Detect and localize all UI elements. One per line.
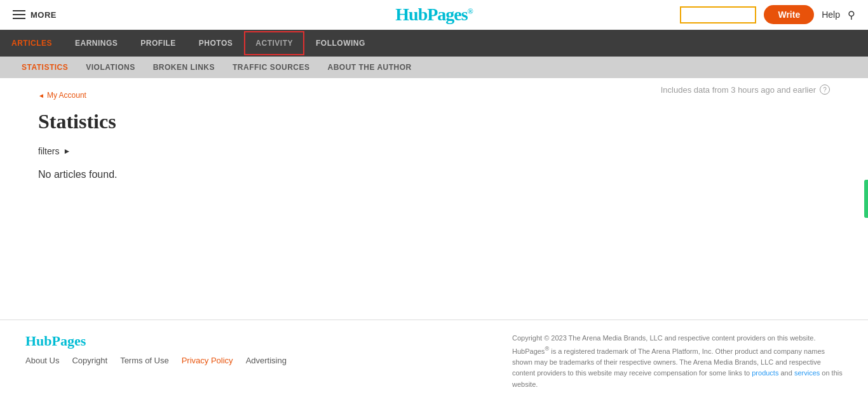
green-sidebar-indicator xyxy=(864,180,868,218)
data-info: Includes data from 3 hours ago and earli… xyxy=(661,84,830,95)
data-info-text: Includes data from 3 hours ago and earli… xyxy=(661,85,816,95)
breadcrumb-link[interactable]: My Account xyxy=(47,91,86,100)
filters-label: filters xyxy=(38,146,59,156)
site-logo[interactable]: HubPages® xyxy=(395,4,472,25)
footer-link-products[interactable]: products xyxy=(752,369,778,377)
search-icon[interactable]: ⚲ xyxy=(848,9,855,21)
footer-link-terms[interactable]: Terms of Use xyxy=(120,356,169,365)
breadcrumb-arrow: ◄ xyxy=(38,92,44,99)
footer-left: HubPages About Us Copyright Terms of Use… xyxy=(25,333,287,365)
footer-link-privacy[interactable]: Privacy Policy xyxy=(182,356,233,365)
no-articles-message: No articles found. xyxy=(38,169,830,180)
nav-following[interactable]: FOLLOWING xyxy=(304,30,377,57)
nav-earnings[interactable]: EARNINGS xyxy=(64,30,129,57)
logo-trademark: ® xyxy=(468,7,473,16)
subnav-broken-links[interactable]: BROKEN LINKS xyxy=(144,57,224,78)
nav-photos[interactable]: PHOTOS xyxy=(187,30,244,57)
subnav-about-author[interactable]: ABOUT THE AUTHOR xyxy=(319,57,421,78)
write-button[interactable]: Write xyxy=(764,5,814,24)
footer: HubPages About Us Copyright Terms of Use… xyxy=(0,320,868,397)
footer-legal: Copyright © 2023 The Arena Media Brands,… xyxy=(512,333,843,391)
page-title: Statistics xyxy=(38,110,116,133)
help-link[interactable]: Help xyxy=(822,10,840,20)
footer-logo[interactable]: HubPages xyxy=(25,333,287,349)
sub-nav: STATISTICS VIOLATIONS BROKEN LINKS TRAFF… xyxy=(0,57,868,78)
nav-profile[interactable]: PROFILE xyxy=(129,30,187,57)
content-area: ◄ My Account Statistics Includes data fr… xyxy=(0,78,868,320)
filters-row: filters ► xyxy=(38,146,830,156)
footer-link-about[interactable]: About Us xyxy=(25,356,59,365)
footer-link-advertising[interactable]: Advertising xyxy=(246,356,287,365)
hamburger-icon[interactable] xyxy=(13,10,25,19)
more-label: MORE xyxy=(31,10,57,20)
header-left: MORE xyxy=(13,10,57,20)
subnav-traffic-sources[interactable]: TRAFFIC SOURCES xyxy=(224,57,319,78)
footer-link-services[interactable]: services xyxy=(794,369,820,377)
info-icon[interactable]: ? xyxy=(820,84,830,95)
header-right: Write Help ⚲ xyxy=(680,5,855,24)
filters-arrow[interactable]: ► xyxy=(63,147,71,156)
footer-link-copyright[interactable]: Copyright xyxy=(72,356,107,365)
footer-links: About Us Copyright Terms of Use Privacy … xyxy=(25,356,287,365)
subnav-violations[interactable]: VIOLATIONS xyxy=(77,57,144,78)
nav-articles[interactable]: ARTICLES xyxy=(0,30,64,57)
nav-activity[interactable]: ACTIVITY xyxy=(244,31,304,55)
search-input[interactable] xyxy=(680,6,756,24)
main-nav: ARTICLES EARNINGS PROFILE PHOTOS ACTIVIT… xyxy=(0,30,868,57)
subnav-statistics[interactable]: STATISTICS xyxy=(13,57,77,78)
